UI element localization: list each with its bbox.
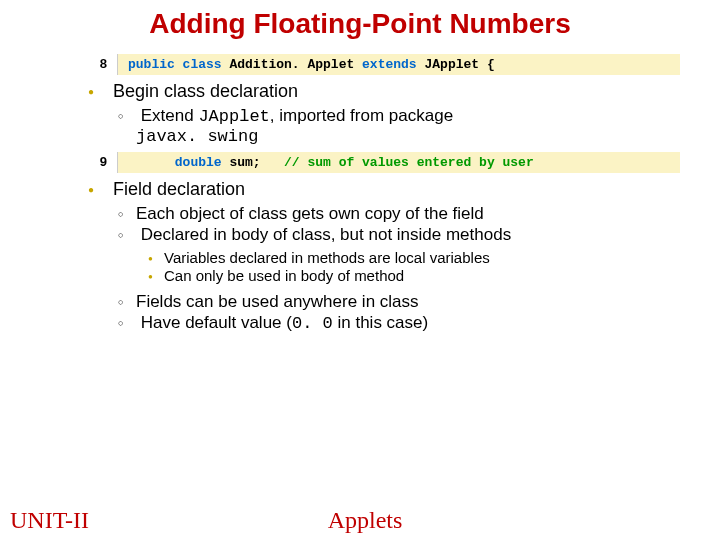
slide-footer: UNIT-II Applets bbox=[0, 507, 720, 540]
line-number: 9 bbox=[90, 152, 118, 173]
code-line-2: 9 double sum; // sum of values entered b… bbox=[90, 152, 680, 173]
code-line-1: 8 public class Addition. Applet extends … bbox=[90, 54, 680, 75]
footer-center: Applets bbox=[190, 507, 540, 534]
slide-title: Adding Floating-Point Numbers bbox=[80, 8, 640, 40]
bullet-field-declaration: Field declaration Each object of class g… bbox=[108, 179, 680, 333]
sub-extend-japplet: Extend JApplet, imported from package ja… bbox=[136, 106, 680, 146]
slide-body: 8 public class Addition. Applet extends … bbox=[70, 54, 680, 333]
bullet-begin-class: Begin class declaration Extend JApplet, … bbox=[108, 81, 680, 146]
code-text: public class Addition. Applet extends JA… bbox=[118, 54, 680, 75]
footer-left: UNIT-II bbox=[10, 507, 190, 534]
sub2-body-only: Can only be used in body of method bbox=[164, 267, 680, 284]
sub-each-object: Each object of class gets own copy of th… bbox=[136, 204, 680, 224]
sub2-local-vars: Variables declared in methods are local … bbox=[164, 249, 680, 266]
sub-fields-anywhere: Fields can be used anywhere in class bbox=[136, 292, 680, 312]
code-text: double sum; // sum of values entered by … bbox=[118, 152, 680, 173]
line-number: 8 bbox=[90, 54, 118, 75]
sub-declared-body: Declared in body of class, but not insid… bbox=[136, 225, 680, 284]
sub-default-value: Have default value (0. 0 in this case) bbox=[136, 313, 680, 333]
